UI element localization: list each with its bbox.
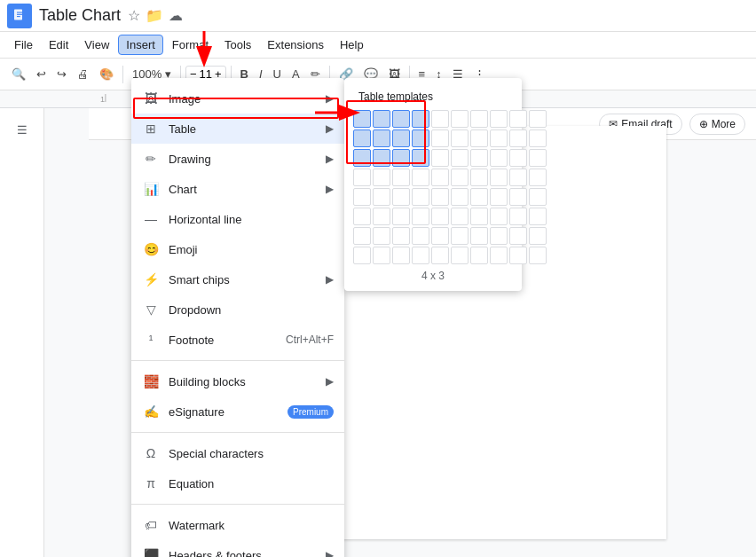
grid-cell-2-1[interactable] [373, 149, 390, 167]
grid-cell-4-8[interactable] [509, 188, 527, 206]
grid-cell-0-1[interactable] [373, 110, 390, 128]
grid-cell-6-4[interactable] [431, 227, 449, 245]
menu-row-smart-chips[interactable]: ⚡ Smart chips ▶ [131, 264, 344, 294]
grid-cell-1-3[interactable] [412, 129, 429, 147]
grid-cell-6-1[interactable] [373, 227, 390, 245]
grid-cell-1-7[interactable] [490, 129, 508, 147]
grid-cell-3-7[interactable] [490, 169, 508, 186]
grid-cell-5-9[interactable] [529, 208, 547, 225]
grid-cell-2-7[interactable] [490, 149, 508, 167]
menu-file[interactable]: File [7, 35, 40, 54]
grid-cell-1-2[interactable] [392, 129, 410, 147]
grid-cell-6-7[interactable] [490, 227, 508, 245]
grid-cell-1-4[interactable] [431, 129, 449, 147]
grid-cell-1-5[interactable] [451, 129, 469, 147]
grid-cell-5-1[interactable] [373, 208, 390, 225]
grid-cell-2-4[interactable] [431, 149, 449, 167]
grid-cell-7-3[interactable] [412, 247, 429, 264]
grid-cell-4-2[interactable] [392, 188, 410, 206]
grid-cell-3-3[interactable] [412, 169, 429, 186]
menu-row-table[interactable]: ⊞ Table ▶ [131, 114, 344, 144]
grid-cell-5-8[interactable] [509, 208, 527, 225]
grid-cell-4-3[interactable] [412, 188, 429, 206]
paint-format-btn[interactable]: 🎨 [95, 65, 118, 83]
grid-cell-0-3[interactable] [412, 110, 429, 128]
grid-cell-6-5[interactable] [451, 227, 469, 245]
menu-row-emoji[interactable]: 😊 Emoji [131, 234, 344, 264]
grid-cell-5-0[interactable] [353, 208, 371, 225]
grid-cell-0-9[interactable] [529, 110, 547, 128]
menu-row-dropdown[interactable]: ▽ Dropdown [131, 294, 344, 325]
star-icon[interactable]: ☆ [128, 7, 140, 24]
grid-cell-6-8[interactable] [509, 227, 527, 245]
grid-cell-1-9[interactable] [529, 129, 547, 147]
grid-cell-7-6[interactable] [470, 247, 488, 264]
grid-cell-2-0[interactable] [353, 149, 371, 167]
grid-cell-5-7[interactable] [490, 208, 508, 225]
cloud-icon[interactable]: ☁ [169, 7, 183, 24]
grid-cell-1-0[interactable] [353, 129, 371, 147]
grid-cell-0-2[interactable] [392, 110, 410, 128]
menu-row-esig[interactable]: ✍ eSignature Premium [131, 396, 344, 427]
grid-cell-6-3[interactable] [412, 227, 429, 245]
grid-cell-2-5[interactable] [451, 149, 469, 167]
grid-cell-2-9[interactable] [529, 149, 547, 167]
menu-tools[interactable]: Tools [217, 35, 258, 54]
grid-cell-2-6[interactable] [470, 149, 488, 167]
sidebar-menu-btn[interactable]: ☰ [8, 115, 36, 144]
grid-cell-3-2[interactable] [392, 169, 410, 186]
grid-cell-6-2[interactable] [392, 227, 410, 245]
grid-cell-5-6[interactable] [470, 208, 488, 225]
grid-cell-3-6[interactable] [470, 169, 488, 186]
menu-extensions[interactable]: Extensions [260, 35, 331, 54]
grid-cell-7-0[interactable] [353, 247, 371, 264]
grid-cell-4-4[interactable] [431, 188, 449, 206]
menu-row-hr[interactable]: — Horizontal line [131, 204, 344, 234]
grid-cell-4-6[interactable] [470, 188, 488, 206]
grid-cell-4-7[interactable] [490, 188, 508, 206]
more-chip[interactable]: ⊕ More [689, 114, 745, 135]
menu-view[interactable]: View [77, 35, 116, 54]
grid-cell-3-9[interactable] [529, 169, 547, 186]
grid-cell-1-8[interactable] [509, 129, 527, 147]
grid-cell-0-5[interactable] [451, 110, 469, 128]
grid-cell-7-5[interactable] [451, 247, 469, 264]
menu-edit[interactable]: Edit [42, 35, 75, 54]
menu-row-watermark[interactable]: 🏷 Watermark [131, 510, 344, 540]
grid-cell-5-2[interactable] [392, 208, 410, 225]
grid-cell-7-9[interactable] [529, 247, 547, 264]
grid-cell-3-8[interactable] [509, 169, 527, 186]
menu-row-image[interactable]: 🖼 Image ▶ [131, 83, 344, 114]
menu-row-chart[interactable]: 📊 Chart ▶ [131, 174, 344, 204]
grid-cell-4-0[interactable] [353, 188, 371, 206]
grid-cell-5-5[interactable] [451, 208, 469, 225]
grid-cell-6-6[interactable] [470, 227, 488, 245]
grid-cell-0-7[interactable] [490, 110, 508, 128]
menu-format[interactable]: Format [165, 35, 216, 54]
menu-insert[interactable]: Insert [118, 35, 163, 55]
grid-cell-1-1[interactable] [373, 129, 390, 147]
grid-cell-7-2[interactable] [392, 247, 410, 264]
grid-cell-7-1[interactable] [373, 247, 390, 264]
grid-cell-4-1[interactable] [373, 188, 390, 206]
menu-row-headers[interactable]: ⬛ Headers & footers ▶ [131, 540, 344, 557]
grid-cell-2-8[interactable] [509, 149, 527, 167]
grid-cell-4-9[interactable] [529, 188, 547, 206]
grid-cell-0-4[interactable] [431, 110, 449, 128]
grid-cell-5-3[interactable] [412, 208, 429, 225]
menu-row-equation[interactable]: π Equation [131, 468, 344, 498]
menu-row-special[interactable]: Ω Special characters [131, 438, 344, 468]
menu-row-footnote[interactable]: ¹ Footnote Ctrl+Alt+F [131, 325, 344, 355]
grid-cell-0-6[interactable] [470, 110, 488, 128]
grid-cell-0-8[interactable] [509, 110, 527, 128]
grid-cell-4-5[interactable] [451, 188, 469, 206]
grid-cell-2-3[interactable] [412, 149, 429, 167]
grid-cell-7-8[interactable] [509, 247, 527, 264]
grid-cell-6-0[interactable] [353, 227, 371, 245]
undo-btn[interactable]: ↩ [32, 65, 51, 83]
grid-cell-6-9[interactable] [529, 227, 547, 245]
grid-cell-7-7[interactable] [490, 247, 508, 264]
grid-cell-3-1[interactable] [373, 169, 390, 186]
grid-cell-3-0[interactable] [353, 169, 371, 186]
menu-row-drawing[interactable]: ✏ Drawing ▶ [131, 144, 344, 174]
